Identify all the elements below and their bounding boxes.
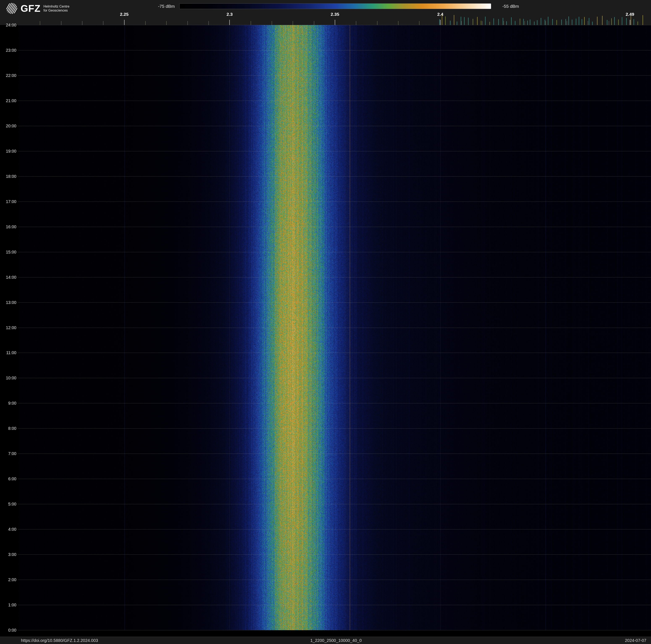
colorbar	[179, 3, 491, 9]
time-tick-label: 6:00	[0, 476, 17, 481]
time-tick-label: 23:00	[0, 48, 17, 53]
colorbar-max-label: -55 dBm	[502, 4, 549, 9]
time-tick-label: 1:00	[0, 603, 17, 608]
time-tick-label: 10:00	[0, 376, 17, 380]
time-tick-label: 13:00	[0, 300, 17, 305]
gfz-logo-subtitle-line2: for Geosciences	[43, 9, 68, 12]
gfz-logo-subtitle-line1: Helmholtz Centre	[43, 5, 69, 8]
gfz-logo-text: GFZ	[21, 3, 40, 14]
time-tick-label: 7:00	[0, 451, 17, 456]
time-tick-label: 5:00	[0, 502, 17, 506]
overlay-layer: GFZ Helmholtz Centre for Geosciences -75…	[0, 0, 651, 644]
time-tick-label: 22:00	[0, 73, 17, 78]
time-tick-label: 21:00	[0, 98, 17, 103]
doi-link[interactable]: https://doi.org/10.5880/GFZ.1.2.2024.003	[21, 638, 98, 643]
dataset-filename: 1_2200_2500_10000_40_0	[310, 638, 362, 643]
time-tick-label: 12:00	[0, 325, 17, 330]
colorbar-min-label: -75 dBm	[130, 4, 175, 9]
freq-tick-label: 2.35	[322, 12, 347, 17]
time-tick-label: 15:00	[0, 250, 17, 255]
gfz-logo: GFZ Helmholtz Centre for Geosciences	[6, 2, 69, 14]
time-tick-label: 0:00	[0, 628, 17, 633]
time-tick-label: 16:00	[0, 225, 17, 229]
time-tick-label: 3:00	[0, 552, 17, 557]
freq-tick-label: 2.25	[112, 12, 137, 17]
footer-bar: https://doi.org/10.5880/GFZ.1.2.2024.003…	[0, 637, 651, 644]
time-tick-label: 24:00	[0, 23, 17, 28]
freq-tick-label: 2.3	[217, 12, 242, 17]
gfz-logo-icon	[6, 2, 18, 14]
footer-date: 2024-07-07	[625, 638, 646, 643]
time-tick-label: 4:00	[0, 527, 17, 532]
time-tick-label: 17:00	[0, 199, 17, 204]
time-tick-label: 14:00	[0, 275, 17, 280]
time-tick-label: 11:00	[0, 350, 17, 355]
time-tick-label: 19:00	[0, 149, 17, 154]
gfz-logo-subtitle: Helmholtz Centre for Geosciences	[43, 4, 69, 12]
freq-tick-label: 2.49	[617, 12, 643, 17]
time-tick-label: 20:00	[0, 124, 17, 128]
spectrogram-page: GFZ Helmholtz Centre for Geosciences -75…	[0, 0, 651, 644]
freq-tick-label: 2.4	[428, 12, 453, 17]
time-tick-label: 2:00	[0, 577, 17, 582]
time-tick-label: 8:00	[0, 426, 17, 431]
time-tick-label: 9:00	[0, 401, 17, 406]
time-tick-label: 18:00	[0, 174, 17, 179]
